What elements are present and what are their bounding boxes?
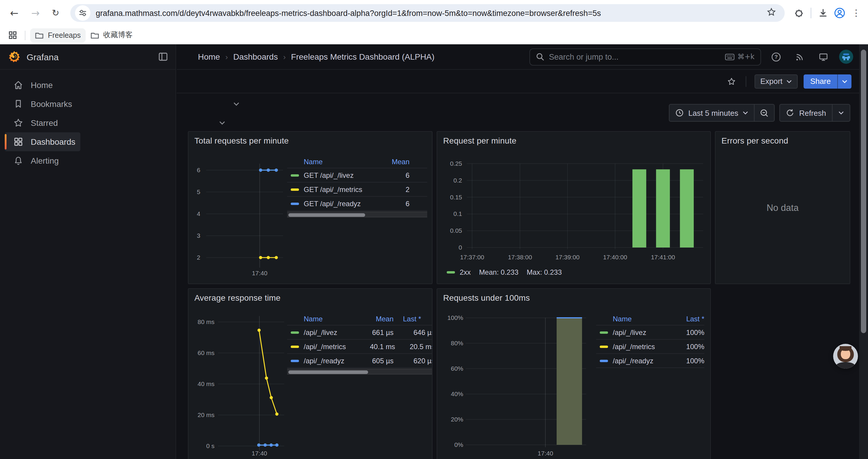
legend-mean: Mean: 0.233 xyxy=(479,268,518,276)
series-swatch xyxy=(291,345,299,348)
panel-title[interactable]: Request per minute xyxy=(443,136,517,145)
browser-reload-icon[interactable]: ↻ xyxy=(48,5,63,21)
svg-text:80%: 80% xyxy=(451,340,463,347)
time-range-picker[interactable]: Last 5 minutes xyxy=(670,104,754,121)
search-placeholder: Search or jump to... xyxy=(549,52,720,61)
under-100ms-chart: 100%80%60%40%20%0%17:40 xyxy=(442,315,591,459)
time-range-group: Last 5 minutes xyxy=(669,104,775,122)
legend-row[interactable]: /api/_/metrics 40.1 ms 20.5 ms xyxy=(287,340,433,354)
legend-row[interactable]: /api/_/readyz 605 µs 620 µs xyxy=(287,354,433,368)
refresh-interval-chevron[interactable] xyxy=(833,104,850,121)
column-name[interactable]: Name xyxy=(287,157,383,166)
column-name[interactable]: Name xyxy=(596,315,680,323)
bookmark-folder-freeleaps[interactable]: Freeleaps xyxy=(30,28,85,42)
share-button[interactable]: Share xyxy=(804,77,837,86)
avatar-fringe xyxy=(840,346,851,351)
svg-text:0 s: 0 s xyxy=(206,442,215,449)
breadcrumb-home[interactable]: Home xyxy=(198,52,220,61)
breadcrumb-separator: › xyxy=(283,52,286,61)
time-controls: Last 5 minutes xyxy=(669,104,850,122)
grafana-logo-icon[interactable] xyxy=(8,50,21,63)
legend-row[interactable]: GET /api/_/metrics 2 xyxy=(287,183,427,197)
browser-forward-icon[interactable]: → xyxy=(28,5,43,21)
share-menu-chevron[interactable] xyxy=(837,74,851,88)
search-input[interactable]: Search or jump to... ⌘+k xyxy=(529,48,761,65)
legend-row[interactable]: /api/_/livez 661 µs 646 µs xyxy=(287,326,433,340)
svg-text:3: 3 xyxy=(197,232,200,239)
svg-text:0: 0 xyxy=(459,244,462,251)
legend-horizontal-scrollbar[interactable] xyxy=(287,369,432,374)
legend-row[interactable]: GET /api/_/livez 6 xyxy=(287,168,427,183)
profile-icon[interactable] xyxy=(831,5,848,21)
bookmark-star-icon[interactable] xyxy=(766,7,776,19)
user-avatar[interactable] xyxy=(839,50,853,64)
sidebar-item-label: Bookmarks xyxy=(31,99,72,109)
legend-header: Name Mean xyxy=(287,155,427,168)
monitor-icon[interactable] xyxy=(814,48,832,66)
svg-text:40 ms: 40 ms xyxy=(198,381,215,387)
scrollbar-thumb[interactable] xyxy=(861,50,866,333)
series-swatch xyxy=(291,331,299,333)
dock-sidebar-icon[interactable] xyxy=(158,52,168,61)
legend-row[interactable]: /api/_/livez 100% xyxy=(596,326,704,340)
svg-text:17:38:00: 17:38:00 xyxy=(508,254,532,261)
favorite-star-icon[interactable] xyxy=(726,76,736,86)
assistant-avatar[interactable] xyxy=(833,344,858,369)
legend-header: Name Last * xyxy=(596,313,704,326)
sidebar: Grafana Home xyxy=(0,44,176,459)
breadcrumb-dashboards[interactable]: Dashboards xyxy=(233,52,278,61)
refresh-group: Refresh xyxy=(780,104,850,122)
svg-text:80 ms: 80 ms xyxy=(198,319,215,325)
svg-text:6: 6 xyxy=(197,167,200,173)
avg-response-chart: 80 ms60 ms40 ms20 ms0 s17:40 xyxy=(193,315,288,459)
svg-text:17:41:00: 17:41:00 xyxy=(651,254,675,261)
zoom-out-button[interactable] xyxy=(755,104,774,121)
svg-text:0.2: 0.2 xyxy=(454,177,462,184)
panel-title[interactable]: Total requests per minute xyxy=(194,136,289,145)
legend-row[interactable]: /api/_/metrics 100% xyxy=(596,340,704,354)
extensions-icon[interactable] xyxy=(790,5,807,21)
download-icon[interactable] xyxy=(815,5,831,21)
browser-menu-icon[interactable]: ⋮ xyxy=(848,5,864,21)
address-bar[interactable]: grafana.mathmast.com/d/deytv4rwavabkb/fr… xyxy=(70,4,785,22)
legend-table: Name Last * /api/_/livez 100% /api/_/met… xyxy=(596,313,704,368)
legend-horizontal-scrollbar[interactable] xyxy=(287,211,427,218)
refresh-button[interactable]: Refresh xyxy=(780,104,832,121)
export-button[interactable]: Export xyxy=(754,74,798,88)
column-name[interactable]: Name xyxy=(287,315,370,323)
column-last[interactable]: Last * xyxy=(403,315,433,323)
column-last[interactable]: Last * xyxy=(680,315,704,323)
browser-back-icon[interactable]: ← xyxy=(6,5,22,21)
toolbar-divider xyxy=(745,76,746,87)
legend-row[interactable]: /api/_/readyz 100% xyxy=(596,354,704,368)
bookmark-folder-blogs[interactable]: 收藏博客 xyxy=(85,28,137,42)
help-icon[interactable]: ? xyxy=(767,48,785,66)
panel-title[interactable]: Requests under 100ms xyxy=(443,293,530,302)
breadcrumb-current: Freeleaps Metrics Dashboard (ALPHA) xyxy=(291,52,435,61)
column-mean[interactable]: Mean xyxy=(370,315,394,323)
svg-text:20%: 20% xyxy=(451,416,463,423)
sidebar-item-dashboards[interactable]: Dashboards xyxy=(5,132,80,151)
series-swatch xyxy=(291,359,299,362)
page-scrollbar[interactable] xyxy=(859,44,868,459)
sidebar-item-home[interactable]: Home xyxy=(5,76,58,95)
legend-row[interactable]: GET /api/_/readyz 6 xyxy=(287,197,427,211)
svg-text:60 ms: 60 ms xyxy=(198,350,215,356)
apps-grid-icon[interactable] xyxy=(6,29,19,42)
sidebar-item-starred[interactable]: Starred xyxy=(5,113,63,132)
site-settings-icon[interactable] xyxy=(75,5,90,21)
panel-title[interactable]: Average response time xyxy=(194,293,281,302)
url-text[interactable]: grafana.mathmast.com/d/deytv4rwavabkb/fr… xyxy=(96,8,766,18)
sidebar-item-label: Dashboards xyxy=(31,137,75,146)
column-mean[interactable]: Mean xyxy=(383,157,409,166)
bookmark-label: Freeleaps xyxy=(48,31,81,39)
grafana-header: Home › Dashboards › Freeleaps Metrics Da… xyxy=(177,44,868,70)
legend-series-name[interactable]: 2xx xyxy=(460,268,471,276)
search-shortcut: ⌘+k xyxy=(725,53,754,61)
sidebar-item-alerting[interactable]: Alerting xyxy=(5,151,64,170)
dashboard-toolbar: Export Share xyxy=(177,70,868,93)
rss-news-icon[interactable] xyxy=(790,48,808,66)
bookmark-icon xyxy=(13,99,24,109)
total-requests-chart: 6543217:40 xyxy=(193,158,288,280)
sidebar-item-bookmarks[interactable]: Bookmarks xyxy=(5,95,77,113)
